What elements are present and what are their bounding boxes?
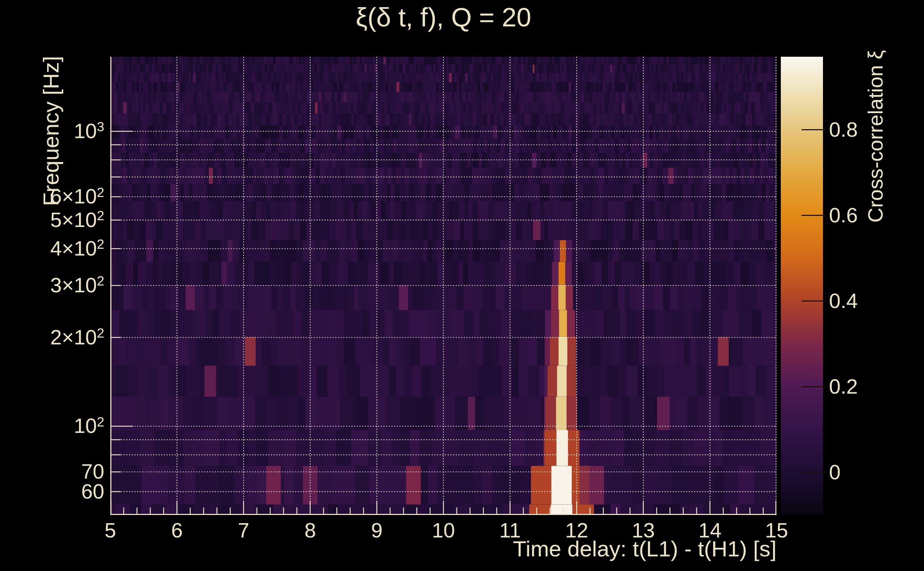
y-tick-label-60: 60	[11, 481, 104, 502]
y-tick-label-600: 6×102	[11, 186, 104, 209]
y-tick-label-400: 4×102	[11, 238, 104, 261]
colorbar-tick-label-0: 0	[829, 462, 841, 483]
y-tick-label-300: 3×102	[11, 275, 104, 298]
x-tick-label-8: 8	[282, 520, 339, 541]
x-tick-label-7: 7	[215, 520, 272, 541]
chart-title: ξ(δ t, f), Q = 20	[110, 2, 777, 32]
colorbar-tick-label-0.4: 0.4	[829, 290, 858, 311]
y-tick-label-70: 70	[11, 461, 104, 482]
x-tick-label-6: 6	[148, 520, 206, 541]
colorbar-tick-mark-0.2	[802, 386, 825, 387]
x-tick-label-5: 5	[82, 520, 139, 541]
colorbar-title: Cross-correlation ξ	[865, 29, 886, 243]
spectrogram-heatmap-canvas	[110, 57, 777, 515]
y-tick-label-100: 102	[11, 415, 104, 438]
y-tick-label-200: 2×102	[11, 327, 104, 350]
colorbar-tick-label-0.2: 0.2	[829, 376, 858, 397]
colorbar-tick-mark-0.4	[802, 301, 825, 302]
y-tick-label-1000: 103	[11, 120, 104, 144]
x-tick-label-9: 9	[348, 520, 405, 541]
colorbar-tick-label-0.6: 0.6	[829, 205, 858, 225]
colorbar-tick-mark-0.6	[802, 215, 825, 216]
colorbar-tick-label-0.8: 0.8	[829, 119, 858, 140]
qtransform-cross-correlation-figure: ξ(δ t, f), Q = 20 Frequency [Hz] 1036×10…	[0, 0, 924, 571]
colorbar-tick-mark-0	[802, 472, 825, 473]
x-axis-title: Time delay: t(L1) - t(H1) [s]	[420, 536, 777, 561]
colorbar-tick-mark-0.8	[802, 129, 825, 130]
y-tick-label-500: 5×102	[11, 210, 104, 233]
colorbar-gradient	[781, 57, 823, 515]
